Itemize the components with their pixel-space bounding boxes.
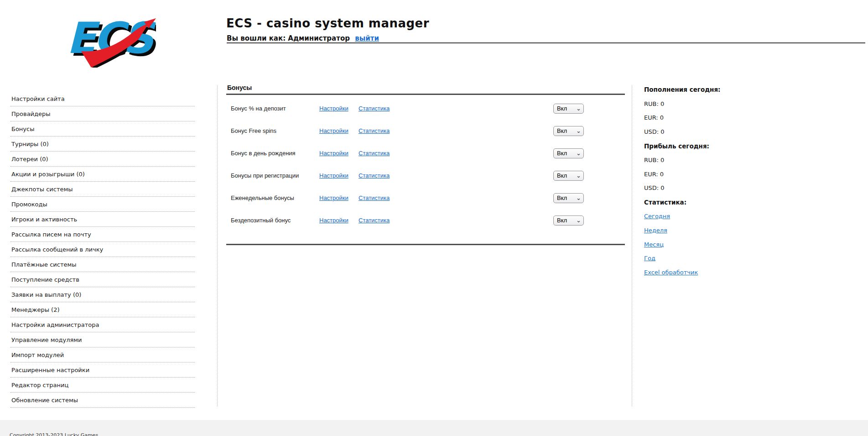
sidebar-item-players[interactable]: Игроки и активность <box>10 212 195 227</box>
sidebar-item-promotions[interactable]: Акции и розыгрыши (0) <box>10 167 195 182</box>
sidebar-item-lotteries[interactable]: Лотереи (0) <box>10 152 195 167</box>
bonus-row-birthday: Бонус в день рождения Настройки Статисти… <box>226 142 625 164</box>
sidebar-item-email-mailing[interactable]: Рассылка писем на почту <box>10 227 195 242</box>
bonus-toggle-select[interactable]: Вкл <box>553 104 584 114</box>
login-status-text: Вы вошли как: Администратор <box>227 34 350 42</box>
deposits-rub: RUB: 0 <box>644 97 795 111</box>
sidebar-item-providers[interactable]: Провайдеры <box>10 106 195 121</box>
bonus-row-free-spins: Бонус Free spins Настройки Статистика Вк… <box>226 120 625 142</box>
deposits-usd: USD: 0 <box>644 125 795 139</box>
bonus-name: Бонусы при регистрации <box>226 172 319 179</box>
sidebar-item-pm-mailing[interactable]: Рассылка сообщений в личку <box>10 242 195 257</box>
footer: Copyright 2013-2023 Lucky Games <box>0 420 868 436</box>
bonus-statistics-link[interactable]: Статистика <box>359 217 400 224</box>
bonus-row-registration: Бонусы при регистрации Настройки Статист… <box>226 164 625 187</box>
bonus-settings-link[interactable]: Настройки <box>319 217 359 224</box>
bonus-row-weekly: Еженедельные бонусы Настройки Статистика… <box>226 187 625 209</box>
ecs-logo-icon: ECS ECS <box>63 9 156 68</box>
sidebar-item-payout-requests[interactable]: Заявки на выплату (0) <box>10 287 195 302</box>
stats-today-link[interactable]: Сегодня <box>644 213 670 220</box>
bonuses-title: Бонусы <box>226 84 625 91</box>
bonuses-bottom-rule <box>226 244 625 245</box>
stats-month-link[interactable]: Месяц <box>644 241 664 248</box>
logout-link[interactable]: выйти <box>355 34 379 42</box>
bonus-toggle-select[interactable]: Вкл <box>553 126 584 136</box>
bonus-toggle-select[interactable]: Вкл <box>553 171 584 181</box>
bonuses-top-rule <box>226 94 625 95</box>
sidebar-item-promocodes[interactable]: Промокоды <box>10 197 195 212</box>
bonus-name: Бонус % на депозит <box>226 105 319 112</box>
statistics-title: Статистика: <box>644 195 795 209</box>
bonus-statistics-link[interactable]: Статистика <box>359 150 400 157</box>
bonus-statistics-link[interactable]: Статистика <box>359 105 400 112</box>
login-status: Вы вошли как: Администратор выйти <box>227 34 379 42</box>
sidebar-item-page-editor[interactable]: Редактор страниц <box>10 378 195 393</box>
profit-rub: RUB: 0 <box>644 153 795 167</box>
bonus-settings-link[interactable]: Настройки <box>319 105 359 112</box>
sidebar-item-advanced-settings[interactable]: Расширенные настройки <box>10 362 195 378</box>
summary-panel: Пополнения сегодня: RUB: 0 EUR: 0 USD: 0… <box>644 83 795 279</box>
sidebar-item-site-settings[interactable]: Настройки сайта <box>10 91 195 106</box>
sidebar-item-system-update[interactable]: Обновление системы <box>10 393 195 408</box>
bonus-settings-link[interactable]: Настройки <box>319 127 359 134</box>
bonus-statistics-link[interactable]: Статистика <box>359 172 400 179</box>
bonus-toggle-select[interactable]: Вкл <box>553 148 584 158</box>
bonus-row-deposit-percent: Бонус % на депозит Настройки Статистика … <box>226 97 625 120</box>
copyright-text: Copyright 2013-2023 Lucky Games <box>10 432 98 436</box>
bonus-name: Еженедельные бонусы <box>226 194 319 201</box>
profit-usd: USD: 0 <box>644 181 795 195</box>
bonus-settings-link[interactable]: Настройки <box>319 150 359 157</box>
bonuses-list: Бонус % на депозит Настройки Статистика … <box>226 97 625 231</box>
header-divider <box>227 42 865 43</box>
stats-excel-link[interactable]: Excel обработчик <box>644 269 698 276</box>
profit-eur: EUR: 0 <box>644 167 795 181</box>
bonus-name: Бездепозитный бонус <box>226 217 319 224</box>
bonus-statistics-link[interactable]: Статистика <box>359 127 400 134</box>
sidebar-item-module-management[interactable]: Управление модулями <box>10 332 195 347</box>
stats-year-link[interactable]: Год <box>644 255 655 262</box>
sidebar-item-incoming-funds[interactable]: Поступление средств <box>10 272 195 287</box>
sidebar-item-tournaments[interactable]: Турниры (0) <box>10 137 195 152</box>
main-summary-divider <box>632 85 632 406</box>
sidebar-item-payment-systems[interactable]: Платёжные системы <box>10 257 195 272</box>
bonus-row-no-deposit: Бездепозитный бонус Настройки Статистика… <box>226 209 625 231</box>
sidebar-item-bonuses[interactable]: Бонусы <box>10 121 195 137</box>
bonus-settings-link[interactable]: Настройки <box>319 172 359 179</box>
sidebar-item-jackpots[interactable]: Джекпоты системы <box>10 182 195 197</box>
bonus-toggle-select[interactable]: Вкл <box>553 193 584 203</box>
sidebar-item-admin-settings[interactable]: Настройки администратора <box>10 317 195 332</box>
sidebar-main-divider <box>217 85 218 406</box>
bonus-toggle-select[interactable]: Вкл <box>553 215 584 226</box>
admin-page: ECS ECS ECS - casino system manager Вы в… <box>0 0 868 436</box>
bonus-name: Бонус в день рождения <box>226 150 319 157</box>
stats-week-link[interactable]: Неделя <box>644 227 667 234</box>
page-title: ECS - casino system manager <box>226 16 429 30</box>
deposits-eur: EUR: 0 <box>644 111 795 125</box>
sidebar-item-managers[interactable]: Менеджеры (2) <box>10 302 195 317</box>
bonus-name: Бонус Free spins <box>226 127 319 134</box>
bonus-statistics-link[interactable]: Статистика <box>359 194 400 201</box>
sidebar-nav: Настройки сайта Провайдеры Бонусы Турнир… <box>10 91 195 408</box>
profit-today-title: Прибыль сегодня: <box>644 139 795 153</box>
bonuses-section: Бонусы Бонус % на депозит Настройки Стат… <box>226 84 625 245</box>
deposits-today-title: Пополнения сегодня: <box>644 83 795 97</box>
bonus-settings-link[interactable]: Настройки <box>319 194 359 201</box>
sidebar-item-module-import[interactable]: Импорт модулей <box>10 347 195 362</box>
